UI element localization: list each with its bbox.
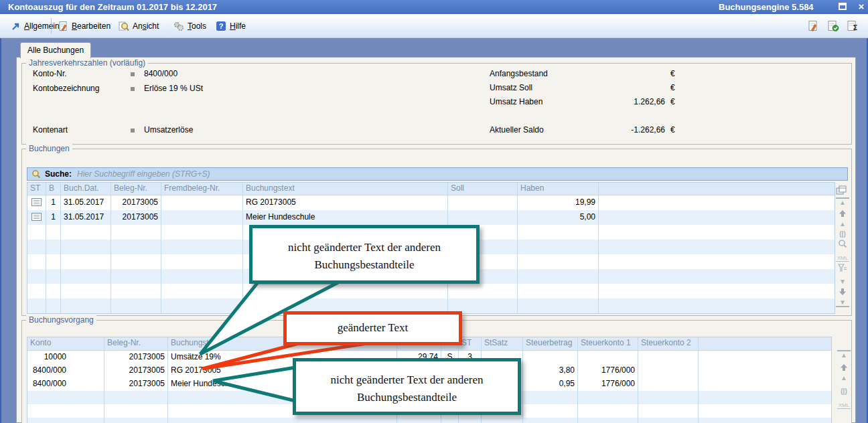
window-title: Kontoauszug für den Zeitraum 01.2017 bis… xyxy=(8,2,217,12)
menu-label: Tools xyxy=(188,21,206,31)
column-header[interactable]: Konto xyxy=(27,337,104,350)
cell-b: 1 xyxy=(46,210,61,225)
column-header-filler xyxy=(699,337,831,350)
arrow-up-right-icon xyxy=(11,21,21,31)
callout-line: nicht geänderter Text der anderen xyxy=(252,239,476,256)
page-up-icon[interactable]: ▲ xyxy=(837,373,851,383)
column-header[interactable]: Buch.Dat. xyxy=(61,183,111,195)
search-label: Suche: xyxy=(45,169,72,179)
cell-steuerbetrag: 0,95 xyxy=(523,377,578,391)
help-icon: ? xyxy=(216,21,226,31)
tab-alle-buchungen[interactable]: Alle Buchungen xyxy=(20,42,91,58)
cell-konto: 8400/000 xyxy=(27,364,104,377)
menu-allgemein[interactable]: Allgemein xyxy=(11,20,60,32)
column-header[interactable]: ST xyxy=(459,337,482,350)
callout-line: Buchungsbestandteile xyxy=(296,389,518,406)
gears-icon xyxy=(173,21,184,31)
table-row[interactable]: 1 31.05.2017 20173005 Meier Hundeschule … xyxy=(27,210,835,225)
column-header[interactable]: Steuerkonto 1 xyxy=(578,337,638,350)
column-header[interactable]: Steuerbetrag xyxy=(523,337,578,350)
column-header[interactable]: Haben xyxy=(518,183,599,195)
cell-text: Meier Hundeschule xyxy=(243,210,448,225)
menubar: Allgemein Bearbeiten Ansicht Tools ? Hil… xyxy=(0,14,868,38)
form-icon xyxy=(27,195,46,210)
column-header[interactable]: ST xyxy=(27,183,46,195)
annotation-callout-unchanged-text-1: nicht geänderter Text der anderen Buchun… xyxy=(249,225,480,284)
cell-steuerkonto2 xyxy=(638,364,699,377)
empty-row xyxy=(27,418,831,423)
column-header[interactable]: Steuerkonto 2 xyxy=(638,337,699,350)
field-label: Umsatz Soll xyxy=(490,83,532,92)
svg-text:Σ: Σ xyxy=(853,24,858,31)
bullet-icon xyxy=(131,87,135,91)
column-header[interactable]: Fremdbeleg-Nr. xyxy=(161,183,243,195)
cell-b: 1 xyxy=(46,195,61,210)
field-label: Anfangsbestand xyxy=(490,69,548,78)
cell-fremdbeleg xyxy=(161,195,243,210)
bullet-icon xyxy=(131,72,135,76)
currency-symbol: € xyxy=(670,97,675,106)
magnifier-icon xyxy=(31,169,41,179)
scroll-bottom-icon[interactable]: ▼ xyxy=(836,299,849,307)
toolbar-document-sum-button[interactable]: Σ xyxy=(846,19,859,32)
titlebar: Kontoauszug für den Zeitraum 01.2017 bis… xyxy=(0,0,868,14)
table-row[interactable]: 1 31.05.2017 20173005 RG 20173005 19,99 xyxy=(27,195,835,210)
column-header[interactable]: Soll xyxy=(448,183,518,195)
form-icon xyxy=(27,210,46,225)
document-sum-icon: Σ xyxy=(847,20,859,31)
field-label: Konto-Nr. xyxy=(33,69,67,78)
cell-steuerkonto2 xyxy=(638,351,699,364)
bookings-header-row: ST B Buch.Dat. Beleg-Nr. Fremdbeleg-Nr. … xyxy=(27,183,835,195)
column-chooser-icon[interactable] xyxy=(835,185,848,195)
search-input[interactable]: Suche: Hier Suchbegriff eingeben (STRG+S… xyxy=(27,167,848,181)
cell-steuerkonto1 xyxy=(578,351,638,364)
move-down-icon[interactable] xyxy=(836,286,849,297)
menu-ansicht[interactable]: Ansicht xyxy=(118,20,159,32)
column-header[interactable]: Beleg-Nr. xyxy=(111,183,161,195)
move-up-icon[interactable] xyxy=(836,208,849,218)
document-edit-icon xyxy=(807,20,818,31)
cell-steuerkonto2 xyxy=(638,377,699,391)
scroll-top-icon[interactable]: ▲ xyxy=(837,350,851,359)
menu-hilfe[interactable]: ? Hilfe xyxy=(216,20,246,32)
column-header[interactable]: Beleg-Nr. xyxy=(104,337,168,350)
toolbar-document-check-button[interactable] xyxy=(826,19,840,32)
restore-window-button[interactable] xyxy=(839,3,847,10)
search-placeholder: Hier Suchbegriff eingeben (STRG+S) xyxy=(77,169,210,179)
document-check-icon xyxy=(827,20,839,31)
brackets-icon[interactable]: (|) xyxy=(837,386,851,396)
toolbar-document-edit-button[interactable] xyxy=(806,19,819,32)
brackets-icon[interactable]: (|) xyxy=(836,229,849,239)
cell-text: RG 20173005 xyxy=(243,195,448,210)
cell-beleg: 20173005 xyxy=(111,195,161,210)
field-label: Kontenart xyxy=(33,125,68,135)
column-header[interactable]: Buchungstext xyxy=(243,183,448,195)
xml-icon[interactable]: XML xyxy=(837,402,851,409)
field-label: Aktueller Saldo xyxy=(490,125,544,135)
move-up-icon[interactable] xyxy=(837,362,851,372)
cell-beleg: 20173005 xyxy=(104,364,168,377)
summary-fieldset: Jahresverkehrszahlen (vorläufig) Konto-N… xyxy=(21,63,852,145)
page-up-icon[interactable]: ▲ xyxy=(836,219,849,229)
cell-steuerbetrag: 3,80 xyxy=(523,364,578,377)
menu-separator xyxy=(51,18,52,33)
cell-konto: 8400/000 xyxy=(27,377,104,391)
cell-beleg: 20173005 xyxy=(111,210,161,225)
page-down-icon[interactable]: ▼ xyxy=(836,276,849,286)
menu-label: Hilfe xyxy=(230,21,246,31)
cell-steuerkonto1: 1776/000 xyxy=(578,364,638,377)
menu-label: Ansicht xyxy=(133,21,159,31)
filter-icon[interactable] xyxy=(836,263,849,273)
menu-tools[interactable]: Tools xyxy=(173,20,206,32)
column-header[interactable]: B xyxy=(46,183,61,195)
close-window-button[interactable]: × xyxy=(856,0,867,13)
scroll-top-icon[interactable]: ▲ xyxy=(836,197,849,206)
field-value: 1.262,66 xyxy=(585,97,665,106)
magnifier-document-icon xyxy=(118,21,129,31)
menu-bearbeiten[interactable]: Bearbeiten xyxy=(58,20,111,32)
column-header[interactable]: StSatz xyxy=(482,337,523,350)
callout-line: geänderter Text xyxy=(287,315,459,341)
zoom-icon[interactable] xyxy=(836,238,849,248)
currency-symbol: € xyxy=(670,83,675,92)
xml-icon[interactable]: XML xyxy=(836,254,849,262)
